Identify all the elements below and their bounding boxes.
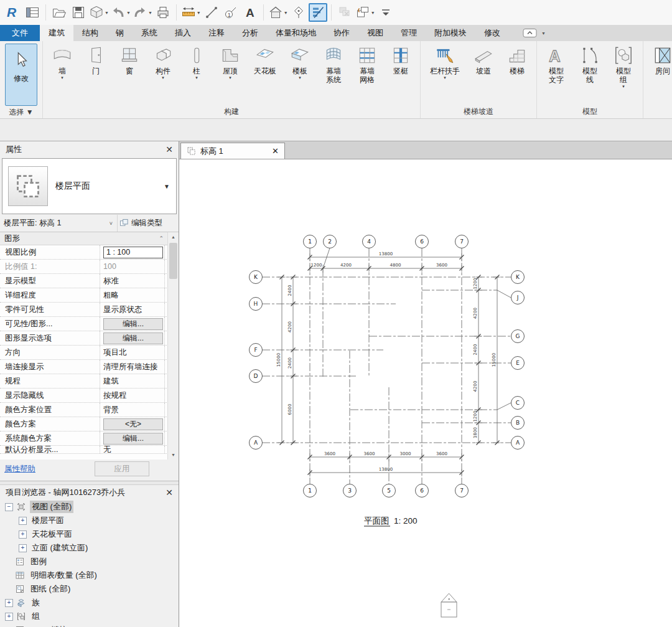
tab-修改[interactable]: 修改 [475,25,509,41]
default-3d-view-icon[interactable]: ▼ [268,3,289,22]
thin-lines-icon[interactable] [309,3,327,22]
view-tab-close-icon[interactable]: ✕ [272,146,279,156]
ribbon-button-楼板[interactable]: 楼板▼ [283,43,317,80]
scroll-down-icon[interactable]: ▼ [168,450,179,460]
browser-item-Revit 链接[interactable]: RRevit 链接 [2,623,179,627]
redo-icon[interactable]: ▼ [132,3,153,22]
ribbon-button-模型文字[interactable]: A模型 文字 [539,43,573,85]
browser-item-组[interactable]: +组 [2,610,179,623]
ribbon-button-坡道[interactable]: 坡道 [467,43,500,76]
property-value[interactable]: 清理所有墙连接 [103,362,158,372]
property-value[interactable]: 背景 [103,405,119,415]
browser-item-明细表/数量 (全部)[interactable]: 明细表/数量 (全部) [2,568,179,582]
instance-selector[interactable]: 楼层平面: 标高 1 ˅ [0,215,117,232]
property-edit-button[interactable]: <无> [103,418,163,430]
property-edit-button[interactable]: 编辑... [103,318,163,330]
open-icon[interactable] [50,3,68,22]
tab-体量和场地[interactable]: 体量和场地 [267,25,325,41]
property-edit-button[interactable]: 编辑... [103,332,163,344]
view-tab-level-1[interactable]: 标高 1 ✕ [180,143,285,159]
customize-qat-icon[interactable] [376,3,395,22]
ribbon-button-天花板[interactable]: 天花板 [247,43,283,76]
sync-icon[interactable]: ▼ [88,3,110,22]
tree-expander-icon[interactable]: + [19,530,27,539]
ribbon-button-模型组[interactable]: 模型 组▼ [607,43,640,89]
tab-管理[interactable]: 管理 [392,25,426,41]
ribbon-button-屋顶[interactable]: 屋顶▼ [213,43,247,80]
ribbon-button-模型线[interactable]: 模型 线 [573,43,607,85]
property-name: 颜色方案 [0,417,100,431]
property-value[interactable]: 建筑 [103,376,119,387]
tab-结构[interactable]: 结构 [73,25,107,41]
ribbon-button-房间[interactable]: 房间 [646,43,672,76]
tab-协作[interactable]: 协作 [325,25,358,41]
ribbon-button-栏杆扶手[interactable]: 栏杆扶手▼ [423,43,467,80]
ribbon-button-修改[interactable]: 修改 [5,44,37,106]
ribbon-button-楼梯[interactable]: 楼梯 [500,43,534,76]
properties-scrollbar[interactable]: ▲ ▼ [167,232,179,460]
ribbon-button-门[interactable]: 门 [79,43,113,76]
properties-help-link[interactable]: 属性帮助 [4,464,35,474]
properties-section-header[interactable]: 图形⌃ [0,232,168,245]
edit-type-button[interactable]: 编辑类型 [117,215,179,232]
property-value[interactable]: 显示原状态 [103,304,142,315]
text-icon[interactable]: A [241,3,259,22]
ribbon-button-幕墙网格[interactable]: 幕墙 网格 [350,43,384,85]
tag-icon[interactable]: 1 [222,3,240,22]
ribbon-button-墙[interactable]: 墙▼ [45,43,79,80]
scroll-up-icon[interactable]: ▲ [168,232,179,242]
ribbon-button-构件[interactable]: 构件▼ [146,43,180,80]
ribbon-button-窗[interactable]: 窗 [113,43,146,76]
project-browser-close-button[interactable]: ✕ [166,488,173,497]
property-edit-button[interactable]: 编辑... [103,433,163,445]
tab-附加模块[interactable]: 附加模块 [426,25,475,41]
tab-建筑[interactable]: 建筑 [40,25,73,41]
tab-钢[interactable]: 钢 [107,25,133,41]
property-value[interactable]: 标准 [103,276,119,286]
ribbon-display-toggle[interactable]: ▼ [519,25,549,41]
browser-item-天花板平面[interactable]: +天花板平面 [2,527,179,541]
property-value[interactable]: 无 [103,446,111,453]
type-selector[interactable]: 楼层平面 ▼ [2,158,177,214]
tab-系统[interactable]: 系统 [133,25,166,41]
svg-text:D: D [254,373,258,379]
property-value[interactable]: 粗略 [103,290,119,301]
browser-item-楼层平面[interactable]: +楼层平面 [2,514,179,527]
switch-windows-icon[interactable]: ▼ [355,3,376,22]
browser-item-图例[interactable]: 图例 [2,555,179,568]
tab-注释[interactable]: 注释 [200,25,233,41]
tree-expander-icon[interactable]: + [19,517,27,525]
print-icon[interactable] [154,3,172,22]
tree-expander-icon[interactable]: + [5,613,13,621]
close-hidden-windows-icon[interactable] [335,3,354,22]
browser-item-立面 (建筑立面)[interactable]: +立面 (建筑立面) [2,541,179,555]
drawing-area[interactable]: 1123456677KKJHGFEDCBAA138001200420048003… [179,159,672,627]
tree-expander-icon[interactable]: + [19,544,27,552]
ui-views-icon[interactable] [23,3,42,22]
aligned-dimension-icon[interactable] [202,3,221,22]
measure-icon[interactable]: ▼ [180,3,202,22]
tree-expander-icon[interactable]: + [5,599,13,607]
properties-close-button[interactable]: ✕ [166,144,173,154]
ribbon-button-柱[interactable]: 柱▼ [180,43,213,80]
tab-插入[interactable]: 插入 [166,25,200,41]
tab-视图[interactable]: 视图 [358,25,392,41]
views-icon [16,502,27,512]
ribbon-button-竖梃[interactable]: 竖梃 [384,43,418,76]
browser-item-族[interactable]: +族 [2,596,179,610]
browser-item-图纸 (全部)[interactable]: 图纸 (全部) [2,582,179,596]
property-value[interactable]: 100 [103,262,116,271]
property-value-input[interactable]: 1 : 100 [103,247,163,258]
ribbon-button-幕墙系统[interactable]: 幕墙 系统 [317,43,350,85]
save-icon[interactable] [69,3,88,22]
tab-分析[interactable]: 分析 [233,25,267,41]
scrollbar-thumb[interactable] [169,243,177,279]
file-menu-button[interactable]: 文件 [0,25,40,41]
browser-item-视图 (全部)[interactable]: −视图 (全部) [2,500,179,514]
tree-expander-icon[interactable]: − [5,503,13,511]
section-icon[interactable] [289,3,308,22]
property-value[interactable]: 按规程 [103,390,127,401]
property-value[interactable]: 项目北 [103,347,127,358]
undo-icon[interactable]: ▼ [110,3,131,22]
revit-logo[interactable]: R [4,3,22,22]
